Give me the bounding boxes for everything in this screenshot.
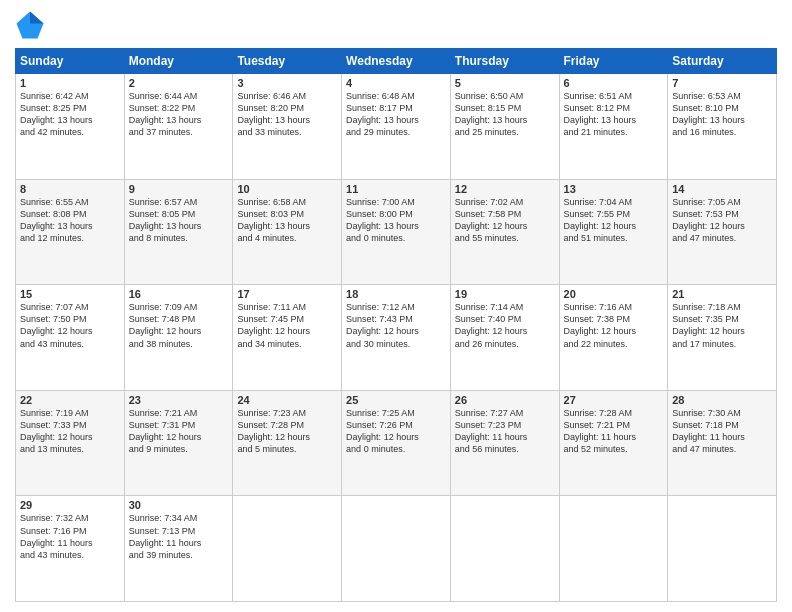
day-number: 11 [346, 183, 446, 195]
day-info: Sunrise: 6:55 AM Sunset: 8:08 PM Dayligh… [20, 196, 120, 245]
calendar-day-cell: 6Sunrise: 6:51 AM Sunset: 8:12 PM Daylig… [559, 74, 668, 180]
day-info: Sunrise: 6:50 AM Sunset: 8:15 PM Dayligh… [455, 90, 555, 139]
calendar-day-cell: 14Sunrise: 7:05 AM Sunset: 7:53 PM Dayli… [668, 179, 777, 285]
calendar-day-cell: 9Sunrise: 6:57 AM Sunset: 8:05 PM Daylig… [124, 179, 233, 285]
day-number: 5 [455, 77, 555, 89]
calendar-day-cell: 27Sunrise: 7:28 AM Sunset: 7:21 PM Dayli… [559, 390, 668, 496]
calendar-day-cell: 17Sunrise: 7:11 AM Sunset: 7:45 PM Dayli… [233, 285, 342, 391]
calendar-day-cell: 24Sunrise: 7:23 AM Sunset: 7:28 PM Dayli… [233, 390, 342, 496]
day-info: Sunrise: 6:44 AM Sunset: 8:22 PM Dayligh… [129, 90, 229, 139]
calendar-day-cell: 11Sunrise: 7:00 AM Sunset: 8:00 PM Dayli… [342, 179, 451, 285]
day-header-thursday: Thursday [450, 49, 559, 74]
day-info: Sunrise: 7:14 AM Sunset: 7:40 PM Dayligh… [455, 301, 555, 350]
day-number: 13 [564, 183, 664, 195]
day-number: 2 [129, 77, 229, 89]
calendar-week-0: 1Sunrise: 6:42 AM Sunset: 8:25 PM Daylig… [16, 74, 777, 180]
day-info: Sunrise: 6:57 AM Sunset: 8:05 PM Dayligh… [129, 196, 229, 245]
day-info: Sunrise: 6:46 AM Sunset: 8:20 PM Dayligh… [237, 90, 337, 139]
day-number: 6 [564, 77, 664, 89]
day-number: 18 [346, 288, 446, 300]
day-number: 9 [129, 183, 229, 195]
calendar-day-cell: 15Sunrise: 7:07 AM Sunset: 7:50 PM Dayli… [16, 285, 125, 391]
day-number: 15 [20, 288, 120, 300]
day-info: Sunrise: 7:00 AM Sunset: 8:00 PM Dayligh… [346, 196, 446, 245]
day-info: Sunrise: 7:09 AM Sunset: 7:48 PM Dayligh… [129, 301, 229, 350]
day-info: Sunrise: 7:12 AM Sunset: 7:43 PM Dayligh… [346, 301, 446, 350]
header [15, 10, 777, 40]
calendar-day-cell [342, 496, 451, 602]
logo [15, 10, 49, 40]
day-number: 29 [20, 499, 120, 511]
logo-icon [15, 10, 45, 40]
day-number: 26 [455, 394, 555, 406]
day-number: 28 [672, 394, 772, 406]
day-info: Sunrise: 7:19 AM Sunset: 7:33 PM Dayligh… [20, 407, 120, 456]
day-header-wednesday: Wednesday [342, 49, 451, 74]
day-info: Sunrise: 7:18 AM Sunset: 7:35 PM Dayligh… [672, 301, 772, 350]
calendar-day-cell: 16Sunrise: 7:09 AM Sunset: 7:48 PM Dayli… [124, 285, 233, 391]
calendar-day-cell: 21Sunrise: 7:18 AM Sunset: 7:35 PM Dayli… [668, 285, 777, 391]
day-number: 27 [564, 394, 664, 406]
day-info: Sunrise: 7:32 AM Sunset: 7:16 PM Dayligh… [20, 512, 120, 561]
day-info: Sunrise: 7:07 AM Sunset: 7:50 PM Dayligh… [20, 301, 120, 350]
calendar-day-cell: 19Sunrise: 7:14 AM Sunset: 7:40 PM Dayli… [450, 285, 559, 391]
day-number: 20 [564, 288, 664, 300]
calendar-day-cell: 26Sunrise: 7:27 AM Sunset: 7:23 PM Dayli… [450, 390, 559, 496]
calendar-day-cell: 10Sunrise: 6:58 AM Sunset: 8:03 PM Dayli… [233, 179, 342, 285]
calendar-day-cell: 20Sunrise: 7:16 AM Sunset: 7:38 PM Dayli… [559, 285, 668, 391]
day-number: 14 [672, 183, 772, 195]
day-info: Sunrise: 7:23 AM Sunset: 7:28 PM Dayligh… [237, 407, 337, 456]
day-header-friday: Friday [559, 49, 668, 74]
calendar-week-1: 8Sunrise: 6:55 AM Sunset: 8:08 PM Daylig… [16, 179, 777, 285]
day-info: Sunrise: 7:27 AM Sunset: 7:23 PM Dayligh… [455, 407, 555, 456]
day-header-sunday: Sunday [16, 49, 125, 74]
day-info: Sunrise: 6:51 AM Sunset: 8:12 PM Dayligh… [564, 90, 664, 139]
calendar-day-cell: 5Sunrise: 6:50 AM Sunset: 8:15 PM Daylig… [450, 74, 559, 180]
day-info: Sunrise: 6:58 AM Sunset: 8:03 PM Dayligh… [237, 196, 337, 245]
calendar-day-cell [559, 496, 668, 602]
calendar-day-cell: 13Sunrise: 7:04 AM Sunset: 7:55 PM Dayli… [559, 179, 668, 285]
calendar-day-cell: 29Sunrise: 7:32 AM Sunset: 7:16 PM Dayli… [16, 496, 125, 602]
calendar-table: SundayMondayTuesdayWednesdayThursdayFrid… [15, 48, 777, 602]
calendar-day-cell: 4Sunrise: 6:48 AM Sunset: 8:17 PM Daylig… [342, 74, 451, 180]
calendar-week-3: 22Sunrise: 7:19 AM Sunset: 7:33 PM Dayli… [16, 390, 777, 496]
day-number: 12 [455, 183, 555, 195]
page: SundayMondayTuesdayWednesdayThursdayFrid… [0, 0, 792, 612]
day-info: Sunrise: 6:48 AM Sunset: 8:17 PM Dayligh… [346, 90, 446, 139]
calendar-day-cell [668, 496, 777, 602]
day-info: Sunrise: 7:02 AM Sunset: 7:58 PM Dayligh… [455, 196, 555, 245]
day-info: Sunrise: 7:30 AM Sunset: 7:18 PM Dayligh… [672, 407, 772, 456]
day-info: Sunrise: 7:05 AM Sunset: 7:53 PM Dayligh… [672, 196, 772, 245]
day-header-saturday: Saturday [668, 49, 777, 74]
day-number: 19 [455, 288, 555, 300]
calendar-day-cell: 2Sunrise: 6:44 AM Sunset: 8:22 PM Daylig… [124, 74, 233, 180]
day-header-tuesday: Tuesday [233, 49, 342, 74]
day-info: Sunrise: 7:11 AM Sunset: 7:45 PM Dayligh… [237, 301, 337, 350]
day-number: 21 [672, 288, 772, 300]
day-number: 25 [346, 394, 446, 406]
day-number: 22 [20, 394, 120, 406]
day-number: 1 [20, 77, 120, 89]
day-info: Sunrise: 7:21 AM Sunset: 7:31 PM Dayligh… [129, 407, 229, 456]
calendar-day-cell: 3Sunrise: 6:46 AM Sunset: 8:20 PM Daylig… [233, 74, 342, 180]
calendar-day-cell: 7Sunrise: 6:53 AM Sunset: 8:10 PM Daylig… [668, 74, 777, 180]
calendar-day-cell: 25Sunrise: 7:25 AM Sunset: 7:26 PM Dayli… [342, 390, 451, 496]
day-info: Sunrise: 7:25 AM Sunset: 7:26 PM Dayligh… [346, 407, 446, 456]
calendar-week-2: 15Sunrise: 7:07 AM Sunset: 7:50 PM Dayli… [16, 285, 777, 391]
calendar-day-cell: 12Sunrise: 7:02 AM Sunset: 7:58 PM Dayli… [450, 179, 559, 285]
calendar-day-cell [450, 496, 559, 602]
day-number: 8 [20, 183, 120, 195]
calendar-day-cell: 18Sunrise: 7:12 AM Sunset: 7:43 PM Dayli… [342, 285, 451, 391]
day-number: 24 [237, 394, 337, 406]
calendar-day-cell [233, 496, 342, 602]
calendar-day-cell: 28Sunrise: 7:30 AM Sunset: 7:18 PM Dayli… [668, 390, 777, 496]
calendar-body: 1Sunrise: 6:42 AM Sunset: 8:25 PM Daylig… [16, 74, 777, 602]
day-info: Sunrise: 6:42 AM Sunset: 8:25 PM Dayligh… [20, 90, 120, 139]
calendar-day-cell: 30Sunrise: 7:34 AM Sunset: 7:13 PM Dayli… [124, 496, 233, 602]
calendar-day-cell: 23Sunrise: 7:21 AM Sunset: 7:31 PM Dayli… [124, 390, 233, 496]
day-header-monday: Monday [124, 49, 233, 74]
day-info: Sunrise: 6:53 AM Sunset: 8:10 PM Dayligh… [672, 90, 772, 139]
day-number: 3 [237, 77, 337, 89]
day-number: 4 [346, 77, 446, 89]
day-number: 10 [237, 183, 337, 195]
